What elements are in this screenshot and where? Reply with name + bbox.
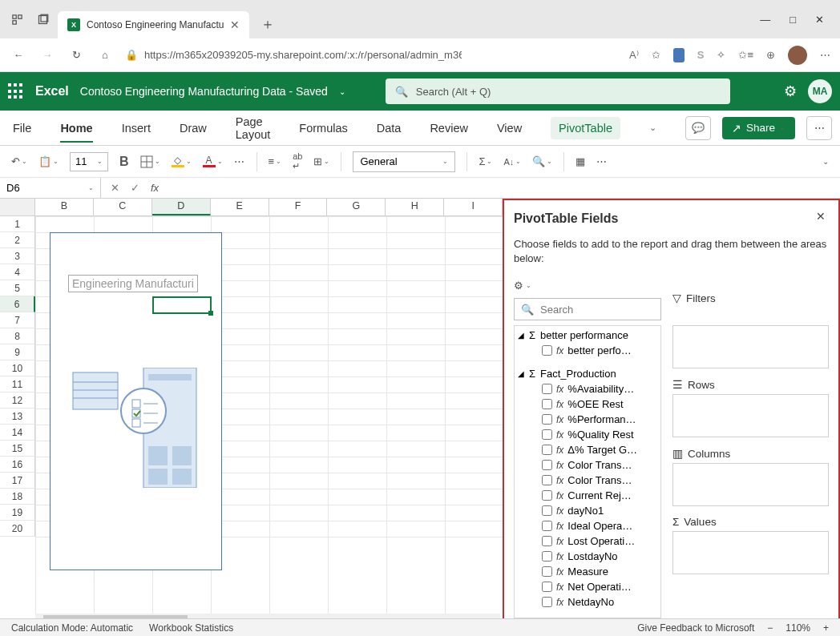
field-group[interactable]: ◢ΣFact_Production (515, 364, 660, 381)
tab-review[interactable]: Review (430, 122, 468, 135)
tab-actions-icon[interactable] (32, 9, 53, 30)
field-item[interactable]: fx%Quality Rest (515, 427, 660, 442)
calc-mode-label[interactable]: Calculation Mode: Automatic (11, 622, 133, 634)
row-header-3[interactable]: 3 (0, 248, 35, 264)
borders-button[interactable]: ⌄ (140, 155, 160, 168)
col-header-B[interactable]: B (35, 199, 94, 215)
col-header-D[interactable]: D (152, 199, 211, 215)
field-checkbox[interactable] (542, 429, 552, 440)
zoom-out-button[interactable]: − (767, 622, 773, 634)
filters-drop-area[interactable] (672, 325, 829, 368)
zoom-in-button[interactable]: + (823, 622, 829, 634)
ribbon-more-button[interactable]: ⋯ (806, 116, 832, 140)
pivot-placeholder[interactable]: Engineering Manufacturi (50, 232, 222, 570)
field-checkbox[interactable] (542, 345, 552, 356)
favorites-bar-icon[interactable]: ✩≡ (738, 49, 753, 61)
align-button[interactable]: ≡⌄ (269, 155, 282, 167)
select-all-corner[interactable] (0, 199, 35, 215)
close-window-icon[interactable]: ✕ (815, 14, 824, 26)
spreadsheet-grid[interactable]: B C D E F G H I 123456789101112131415161… (0, 199, 503, 636)
address-bar[interactable]: 🔒 https://m365x20939205-my.sharepoint.co… (125, 49, 462, 61)
row-header-12[interactable]: 12 (0, 392, 35, 409)
more-icon[interactable]: ⋯ (820, 49, 830, 61)
field-item[interactable]: fxΔ% Target G… (515, 442, 660, 457)
new-tab-button[interactable]: ＋ (260, 14, 275, 34)
workbook-stats-label[interactable]: Workbook Statistics (149, 622, 233, 634)
row-header-6[interactable]: 6 (0, 296, 35, 312)
settings-icon[interactable]: ⚙ (784, 83, 797, 100)
ribbon-overflow-icon[interactable]: ⌄ (649, 123, 656, 133)
collections-icon[interactable]: ⊕ (766, 49, 775, 61)
wrap-text-button[interactable]: ab↵ (293, 151, 302, 171)
share-button[interactable]: ↗ Share ⌄ (722, 117, 795, 139)
field-checkbox[interactable] (542, 490, 552, 501)
field-item[interactable]: fxMeasure (515, 564, 660, 579)
field-item[interactable]: fxdayNo1 (515, 503, 660, 518)
field-group[interactable]: ◢Σbetter performance (515, 326, 660, 343)
paste-button[interactable]: 📋⌄ (38, 155, 59, 167)
field-checkbox[interactable] (542, 445, 552, 455)
addins-button[interactable]: ▦ (575, 155, 585, 167)
field-checkbox[interactable] (542, 566, 552, 577)
field-item[interactable]: fx%Performan… (515, 412, 660, 427)
field-checkbox[interactable] (542, 475, 552, 485)
fill-handle[interactable] (208, 311, 213, 316)
field-checkbox[interactable] (542, 399, 552, 409)
field-item[interactable]: fxNetdayNo (515, 594, 660, 610)
field-checkbox[interactable] (542, 384, 552, 394)
app-launcher-icon[interactable] (8, 83, 24, 99)
field-checkbox[interactable] (542, 597, 552, 607)
row-header-15[interactable]: 15 (0, 441, 35, 457)
field-checkbox[interactable] (542, 460, 552, 470)
font-size-select[interactable]: 11⌄ (70, 152, 108, 171)
field-item[interactable]: fxLostdayNo (515, 549, 660, 564)
favorite-icon[interactable]: ✩ (652, 49, 660, 61)
find-button[interactable]: 🔍⌄ (532, 155, 552, 167)
fill-color-button[interactable]: ◇⌄ (172, 156, 192, 167)
tab-file[interactable]: File (13, 122, 31, 135)
extensions-icon[interactable]: ✧ (717, 49, 725, 61)
feedback-label[interactable]: Give Feedback to Microsoft (637, 622, 754, 634)
close-tab-icon[interactable]: ✕ (230, 18, 240, 31)
active-cell[interactable] (152, 296, 212, 314)
columns-drop-area[interactable] (672, 463, 829, 506)
close-panel-icon[interactable]: ✕ (816, 210, 826, 223)
fields-list[interactable]: ◢Σbetter performancefxbetter perfo…◢ΣFac… (514, 325, 661, 618)
collapse-ribbon-icon[interactable]: ⌄ (822, 157, 829, 166)
read-aloud-icon[interactable]: A⁾ (629, 49, 639, 61)
fields-search-input[interactable]: 🔍 Search (514, 298, 661, 320)
fx-icon[interactable]: fx (151, 182, 159, 194)
accept-formula-icon[interactable]: ✓ (131, 182, 139, 194)
field-item[interactable]: fx%OEE Rest (515, 396, 660, 412)
minimize-icon[interactable]: ― (760, 14, 770, 26)
row-header-17[interactable]: 17 (0, 473, 35, 489)
field-item[interactable]: fxColor Trans… (515, 457, 660, 473)
row-header-11[interactable]: 11 (0, 376, 35, 392)
field-checkbox[interactable] (542, 582, 552, 592)
row-header-9[interactable]: 9 (0, 344, 35, 360)
cancel-formula-icon[interactable]: ✕ (111, 182, 119, 194)
row-header-1[interactable]: 1 (0, 216, 35, 232)
field-item[interactable]: fxColor Trans… (515, 473, 660, 488)
col-header-I[interactable]: I (444, 199, 503, 215)
font-color-button[interactable]: A⌄ (203, 156, 223, 167)
maximize-icon[interactable]: □ (790, 14, 796, 26)
field-item[interactable]: fxNet Operati… (515, 579, 660, 594)
home-button[interactable]: ⌂ (96, 46, 114, 64)
number-format-select[interactable]: General⌄ (353, 151, 455, 172)
tab-data[interactable]: Data (377, 122, 402, 135)
tab-insert[interactable]: Insert (122, 122, 151, 135)
col-header-E[interactable]: E (211, 199, 269, 215)
autosum-button[interactable]: Σ⌄ (479, 155, 492, 167)
panel-settings-button[interactable]: ⚙⌄ (514, 280, 829, 292)
rows-drop-area[interactable] (672, 394, 829, 437)
row-header-14[interactable]: 14 (0, 425, 35, 441)
field-item[interactable]: fxLost Operati… (515, 533, 660, 549)
row-header-19[interactable]: 19 (0, 505, 35, 521)
field-item[interactable]: fxCurrent Rej… (515, 488, 660, 503)
field-checkbox[interactable] (542, 551, 552, 562)
ext-icon-1[interactable] (673, 48, 685, 62)
row-header-10[interactable]: 10 (0, 360, 35, 376)
zoom-level[interactable]: 110% (785, 622, 810, 634)
tab-formulas[interactable]: Formulas (299, 122, 347, 135)
